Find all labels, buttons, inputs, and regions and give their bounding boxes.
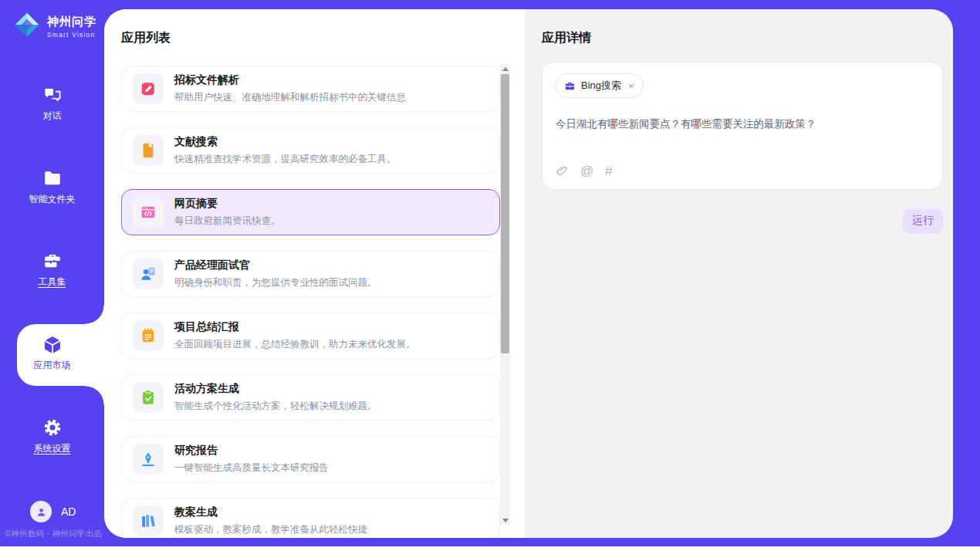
app-card[interactable]: 项目总结汇报 全面回顾项目进展，总结经验教训，助力未来优化发展。 xyxy=(121,313,500,359)
doc-edit-icon xyxy=(140,80,157,97)
app-card-title: 网页摘要 xyxy=(174,197,281,211)
app-card-title: 招标文件解析 xyxy=(174,73,406,87)
sidebar-item-smart-folder[interactable]: 智能文件夹 xyxy=(0,168,104,206)
book-icon xyxy=(140,142,157,159)
app-card[interactable]: 研究报告 一键智能生成高质量长文本研究报告 xyxy=(121,436,500,482)
attachment-icon[interactable] xyxy=(556,164,569,177)
app-list-panel: 应用列表 招标文件解析 帮助用户快速、准确地理解和解析招标书中的关键信息 文献搜… xyxy=(104,9,525,538)
app-card[interactable]: 活动方案生成 智能生成个性化活动方案，轻松解决规划难题。 xyxy=(121,374,500,421)
app-card-title: 教案生成 xyxy=(174,505,367,519)
avatar[interactable] xyxy=(30,501,52,522)
cube-icon xyxy=(0,334,104,356)
brand-logo: 神州问学 Smart Vision xyxy=(12,10,96,42)
mention-icon[interactable]: @ xyxy=(580,164,593,177)
app-detail-title: 应用详情 xyxy=(542,30,591,46)
brand-subtitle: Smart Vision xyxy=(47,31,96,39)
app-card[interactable]: 文献搜索 快速精准查找学术资源，提高研究效率的必备工具。 xyxy=(121,127,500,174)
clipboard-check-icon xyxy=(140,389,157,406)
brand-name: 神州问学 xyxy=(47,15,96,29)
run-button[interactable]: 运行 xyxy=(903,208,943,233)
app-card-desc: 智能生成个性化活动方案，轻松解决规划难题。 xyxy=(174,400,377,413)
app-card[interactable]: 网页摘要 每日政府新闻资讯快查。 xyxy=(121,189,500,235)
app-card-title: 产品经理面试官 xyxy=(174,259,377,272)
chat-icon xyxy=(0,85,104,106)
scroll-down-button[interactable] xyxy=(500,516,510,525)
main-panel: 应用列表 招标文件解析 帮助用户快速、准确地理解和解析招标书中的关键信息 文献搜… xyxy=(104,9,953,538)
user-profile[interactable]: AD xyxy=(30,501,76,522)
books-icon xyxy=(140,512,157,529)
app-card-title: 研究报告 xyxy=(174,444,329,458)
app-card-desc: 全面回顾项目进展，总结经验教训，助力未来优化发展。 xyxy=(174,338,416,351)
app-detail-panel: 应用详情 Bing搜索 × 今日湖北有哪些新闻要点？有哪些需要关注的最新政策？ … xyxy=(525,9,953,538)
app-list-title: 应用列表 xyxy=(121,30,171,46)
app-card-title: 文献搜索 xyxy=(174,135,397,149)
app-card[interactable]: 招标文件解析 帮助用户快速、准确地理解和解析招标书中的关键信息 xyxy=(121,66,500,112)
app-card-desc: 每日政府新闻资讯快查。 xyxy=(174,215,281,228)
app-frame: 神州问学 Smart Vision 对话 智能文件夹 工具集 应用市场 系统设置… xyxy=(0,0,980,551)
app-card-title: 项目总结汇报 xyxy=(174,320,416,334)
app-card-desc: 一键智能生成高质量长文本研究报告 xyxy=(174,461,329,475)
sidebar-item-system-settings[interactable]: 系统设置 xyxy=(0,417,104,455)
sidebar-item-dialogue[interactable]: 对话 xyxy=(0,85,104,123)
app-card-list: 招标文件解析 帮助用户快速、准确地理解和解析招标书中的关键信息 文献搜索 快速精… xyxy=(121,66,500,538)
toolbox-icon xyxy=(0,251,104,272)
app-card-desc: 帮助用户快速、准确地理解和解析招标书中的关键信息 xyxy=(174,91,406,104)
app-card[interactable]: 教案生成 模板驱动，教案秒成，教学准备从此轻松快捷 xyxy=(121,498,500,538)
tool-tag-label: Bing搜索 xyxy=(581,79,621,93)
app-card[interactable]: 产品经理面试官 明确身份和职责，为您提供专业性的面试问题。 xyxy=(121,251,500,297)
topic-icon[interactable]: # xyxy=(605,164,612,177)
sidebar-item-app-market[interactable]: 应用市场 xyxy=(0,334,104,372)
prompt-composer[interactable]: Bing搜索 × 今日湖北有哪些新闻要点？有哪些需要关注的最新政策？ @# xyxy=(542,62,943,190)
composer-toolbar: @# xyxy=(556,164,613,177)
interviewer-icon xyxy=(140,265,157,282)
notepad-icon xyxy=(140,327,157,344)
app-card-desc: 模板驱动，教案秒成，教学准备从此轻松快捷 xyxy=(174,523,367,536)
user-initials: AD xyxy=(61,505,76,518)
folder-icon xyxy=(0,168,104,190)
scroll-up-button[interactable] xyxy=(500,64,510,73)
sidebar: 神州问学 Smart Vision 对话 智能文件夹 工具集 应用市场 系统设置… xyxy=(0,0,104,546)
app-card-title: 活动方案生成 xyxy=(174,382,377,396)
report-pen-icon xyxy=(140,451,157,468)
sidebar-item-toolset[interactable]: 工具集 xyxy=(0,251,104,289)
gear-icon xyxy=(0,417,104,439)
close-icon[interactable]: × xyxy=(628,80,634,92)
app-card-desc: 明确身份和职责，为您提供专业性的面试问题。 xyxy=(174,276,377,289)
browser-code-icon xyxy=(140,204,157,221)
prompt-text[interactable]: 今日湖北有哪些新闻要点？有哪些需要关注的最新政策？ xyxy=(556,117,928,132)
briefcase-icon xyxy=(564,80,576,92)
tool-tag-bing-search[interactable]: Bing搜索 × xyxy=(555,73,644,98)
sidebar-footer: ©神州数码 · 神州问学出品 xyxy=(5,529,103,539)
scrollbar[interactable] xyxy=(500,64,510,525)
app-card-desc: 快速精准查找学术资源，提高研究效率的必备工具。 xyxy=(174,153,397,166)
scrollbar-thumb[interactable] xyxy=(501,74,509,353)
brand-logo-icon xyxy=(12,10,42,42)
